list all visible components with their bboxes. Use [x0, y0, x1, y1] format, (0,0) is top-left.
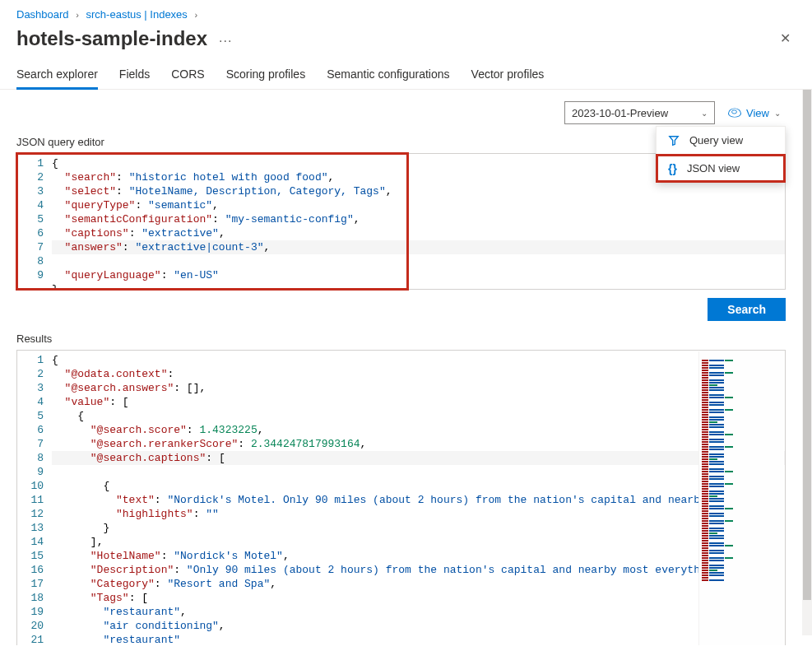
- api-version-select[interactable]: 2023-10-01-Preview ⌄: [564, 101, 715, 124]
- tab-search-explorer[interactable]: Search explorer: [16, 59, 98, 89]
- tab-scoring-profiles[interactable]: Scoring profiles: [226, 59, 306, 89]
- eye-icon: [728, 108, 741, 117]
- chevron-down-icon: ⌄: [701, 109, 708, 118]
- dropdown-query-view[interactable]: Query view: [657, 127, 785, 154]
- search-button[interactable]: Search: [708, 298, 786, 321]
- dropdown-label: Query view: [689, 134, 743, 146]
- close-button[interactable]: ✕: [775, 26, 796, 51]
- more-button[interactable]: ···: [219, 34, 232, 49]
- breadcrumb-sep: ›: [76, 10, 79, 20]
- editor-gutter: 123456789: [17, 154, 52, 289]
- api-version-value: 2023-10-01-Preview: [572, 107, 668, 119]
- results-viewer[interactable]: 12345678910111213141516171819202122 { "@…: [16, 350, 786, 645]
- results-label: Results: [16, 332, 786, 345]
- breadcrumb-link-service[interactable]: srch-eastus | Indexes: [86, 8, 188, 21]
- editor-gutter: 12345678910111213141516171819202122: [17, 351, 52, 645]
- page-header: hotels-sample-index ··· ✕: [0, 22, 812, 59]
- editor-minimap[interactable]: [698, 351, 784, 645]
- editor-code[interactable]: { "@odata.context": "@search.answers": […: [52, 351, 785, 645]
- dropdown-label: JSON view: [687, 162, 740, 174]
- scrollbar-thumb[interactable]: [803, 90, 811, 600]
- breadcrumb-sep: ›: [194, 10, 197, 20]
- dropdown-json-view[interactable]: {} JSON view: [657, 155, 785, 182]
- funnel-icon: [668, 135, 680, 146]
- tab-vector-profiles[interactable]: Vector profiles: [471, 59, 545, 89]
- tab-fields[interactable]: Fields: [119, 59, 150, 89]
- view-dropdown: Query view {} JSON view: [656, 126, 786, 183]
- braces-icon: {}: [668, 163, 677, 174]
- page-title: hotels-sample-index: [16, 27, 207, 50]
- view-button[interactable]: View ⌄: [723, 103, 786, 123]
- view-label: View: [746, 107, 769, 119]
- tab-semantic-configurations[interactable]: Semantic configurations: [327, 59, 449, 89]
- scrollbar-vertical[interactable]: [802, 90, 812, 635]
- tab-cors[interactable]: CORS: [171, 59, 204, 89]
- tab-bar: Search explorer Fields CORS Scoring prof…: [0, 59, 812, 90]
- breadcrumb: Dashboard › srch-eastus | Indexes ›: [0, 0, 812, 22]
- toolbar: 2023-10-01-Preview ⌄ View ⌄ Query view {…: [16, 90, 786, 129]
- chevron-down-icon: ⌄: [774, 109, 781, 118]
- breadcrumb-link-dashboard[interactable]: Dashboard: [16, 8, 69, 21]
